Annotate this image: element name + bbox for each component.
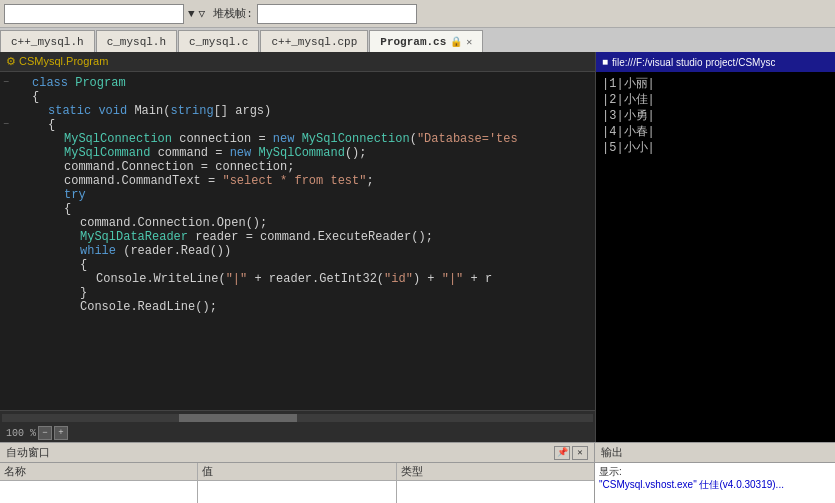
tab-bar: c++_mysql.h c_mysql.h c_mysql.c c++_mysq… [0,28,835,52]
code-line: try [12,188,595,202]
toolbar-input1[interactable] [4,4,184,24]
auto-titlebar: 自动窗口 📌 ✕ [0,443,594,463]
top-toolbar: ▼ ▽ 堆栈帧: [0,0,835,28]
filter-icon2: ▽ [199,7,206,20]
code-line: MySqlCommand command = new MySqlCommand(… [12,146,595,160]
pin-button[interactable]: 📌 [554,446,570,460]
code-line: command.Connection.Open(); [12,216,595,230]
auto-window: 自动窗口 📌 ✕ 名称 值 类型 [0,443,595,503]
code-line: class Program [12,76,595,90]
auto-col-name: 名称 [0,463,198,503]
console-icon: ■ [602,57,608,68]
lock-icon: 🔒 [450,36,462,48]
tab-cpp-mysql-cpp[interactable]: c++_mysql.cpp [260,30,368,52]
col-header-value: 值 [198,463,395,481]
col-content-value [198,481,395,503]
console-line: |1|小丽| [602,76,829,92]
output-content: 显示: "CSMysql.vshost.exe" 仕佳(v4.0.30319).… [595,463,835,503]
breadcrumb: ⚙ CSMysql.Program [6,55,108,68]
code-area[interactable]: − − class Program { static void Main(str… [0,72,595,410]
tab-c-mysql-h[interactable]: c_mysql.h [96,30,177,52]
console-line: |2|小佳| [602,92,829,108]
auto-col-value: 值 [198,463,396,503]
output-show-label: 显示: [599,465,831,478]
code-line: Console.ReadLine(); [12,300,595,314]
col-content-type [397,481,594,503]
tab-program-cs[interactable]: Program.cs 🔒 ✕ [369,30,483,52]
breadcrumb-bar: ⚙ CSMysql.Program [0,52,595,72]
console-line: |5|小小| [602,140,829,156]
filter-icon1: ▼ [188,8,195,20]
code-line: while (reader.Read()) [12,244,595,258]
auto-controls: 📌 ✕ [554,446,588,460]
console-titlebar: ■ file:///F:/visual studio project/CSMys… [596,52,835,72]
console-content: |1|小丽| |2|小佳| |3|小勇| |4|小春| |5|小小| [596,72,835,442]
zoom-controls: 100 % − + [6,426,68,440]
close-auto-button[interactable]: ✕ [572,446,588,460]
zoom-in-button[interactable]: + [54,426,68,440]
code-line: { [12,258,595,272]
collapse-btn-2[interactable]: − [3,118,9,132]
output-titlebar: 输出 [595,443,835,463]
tab-c-mysql-c[interactable]: c_mysql.c [178,30,259,52]
code-line: { [12,90,595,104]
output-line-1: "CSMysql.vshost.exe" 仕佳(v4.0.30319)... [599,478,831,491]
tab-label: Program.cs [380,36,446,48]
zoom-out-button[interactable]: − [38,426,52,440]
toolbar-input2[interactable] [257,4,417,24]
editor-panel: ⚙ CSMysql.Program − − class Program { st… [0,52,595,442]
code-lines[interactable]: class Program { static void Main(string[… [12,72,595,410]
main-area: ⚙ CSMysql.Program − − class Program { st… [0,52,835,442]
tab-cpp-mysql-h[interactable]: c++_mysql.h [0,30,95,52]
code-line: Console.WriteLine("|" + reader.GetInt32(… [12,272,595,286]
stack-label: 堆栈帧: [213,6,253,21]
output-title: 输出 [601,445,623,460]
code-line: static void Main(string[] args) [12,104,595,118]
col-header-type: 类型 [397,463,594,481]
code-line: { [12,202,595,216]
console-panel: ■ file:///F:/visual studio project/CSMys… [595,52,835,442]
code-line: command.Connection = connection; [12,160,595,174]
col-header-name: 名称 [0,463,197,481]
tab-label: c_mysql.c [189,36,248,48]
scrollbar-track[interactable] [2,414,593,422]
col-content-name [0,481,197,503]
bottom-panel: 自动窗口 📌 ✕ 名称 值 类型 输出 [0,442,835,503]
auto-col-type: 类型 [397,463,594,503]
console-line: |4|小春| [602,124,829,140]
tab-close-button[interactable]: ✕ [466,36,472,48]
output-panel: 输出 显示: "CSMysql.vshost.exe" 仕佳(v4.0.3031… [595,443,835,503]
console-line: |3|小勇| [602,108,829,124]
code-scrollbar[interactable] [0,410,595,424]
editor-status-bar: 100 % − + [0,424,595,442]
code-line: command.CommandText = "select * from tes… [12,174,595,188]
console-title: file:///F:/visual studio project/CSMysc [612,57,775,68]
auto-window-title: 自动窗口 [6,445,550,460]
tab-label: c_mysql.h [107,36,166,48]
code-line: MySqlDataReader reader = command.Execute… [12,230,595,244]
tab-label: c++_mysql.h [11,36,84,48]
tab-label: c++_mysql.cpp [271,36,357,48]
code-line: MySqlConnection connection = new MySqlCo… [12,132,595,146]
code-line: } [12,286,595,300]
auto-table: 名称 值 类型 [0,463,594,503]
scrollbar-thumb[interactable] [179,414,297,422]
collapse-btn-1[interactable]: − [3,76,9,90]
code-gutter: − − [0,72,12,410]
code-line: { [12,118,595,132]
zoom-level: 100 % [6,428,36,439]
